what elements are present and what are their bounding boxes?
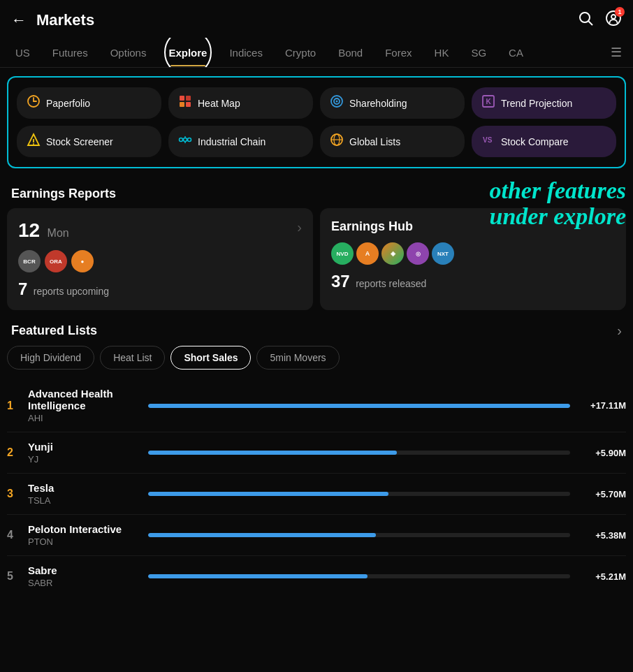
tab-futures[interactable]: Futures xyxy=(43,40,98,66)
svg-rect-5 xyxy=(180,96,184,101)
heatmap-label: Heat Map xyxy=(198,98,240,109)
header: ← Markets 1 xyxy=(0,0,633,38)
tab-crypto[interactable]: Crypto xyxy=(275,40,326,66)
tab-5min-movers[interactable]: 5min Movers xyxy=(256,346,339,370)
screener-icon xyxy=(27,133,41,150)
tab-explore[interactable]: Explore xyxy=(159,40,217,66)
stock-rank-1: 1 xyxy=(7,400,20,412)
header-left: ← Markets xyxy=(11,11,94,29)
hub-logo-1: NVD xyxy=(331,242,354,265)
svg-line-1 xyxy=(589,22,593,26)
explore-stock-screener[interactable]: Stock Screener xyxy=(17,126,161,157)
nav-more-icon[interactable]: ☰ xyxy=(605,38,627,67)
bar-track-2 xyxy=(148,451,570,455)
global-icon xyxy=(330,133,344,150)
earnings-logos: BCR ORA ● xyxy=(18,250,302,272)
list-tabs: High Dividend Heat List Short Sales 5min… xyxy=(0,346,633,379)
paperfolio-label: Paperfolio xyxy=(46,98,90,109)
page-title: Markets xyxy=(36,11,94,29)
explore-trend-projection[interactable]: K Trend Projection xyxy=(472,87,616,119)
hub-count: 37 xyxy=(331,272,350,291)
bar-fill-4 xyxy=(148,533,376,537)
stock-info-5: Sabre SABR xyxy=(28,564,140,588)
table-row[interactable]: 1 Advanced Health Intelligence AHI +17.1… xyxy=(7,379,626,432)
explore-shareholding[interactable]: Shareholding xyxy=(320,87,465,119)
bar-container-3: +5.70M xyxy=(148,489,626,499)
chain-icon xyxy=(178,133,192,150)
svg-point-19 xyxy=(188,138,191,142)
explore-paperfolio[interactable]: Paperfolio xyxy=(17,87,161,119)
notification-button[interactable]: 1 xyxy=(605,10,622,31)
table-row[interactable]: 4 Peloton Interactive PTON +5.38M xyxy=(7,515,626,556)
paperfolio-icon xyxy=(27,94,41,112)
stock-ticker-4: PTON xyxy=(28,536,140,547)
table-row[interactable]: 5 Sabre SABR +5.21M xyxy=(7,556,626,597)
earnings-day: Mon xyxy=(48,227,69,239)
stock-ticker-2: YJ xyxy=(28,454,140,465)
tab-short-sales[interactable]: Short Sales xyxy=(170,346,251,370)
earnings-count: 7 xyxy=(18,279,27,298)
stock-name-4: Peloton Interactive xyxy=(28,523,140,535)
stock-rank-5: 5 xyxy=(7,570,20,583)
svg-rect-7 xyxy=(180,102,184,107)
table-row[interactable]: 3 Tesla TSLA +5.70M xyxy=(7,474,626,515)
stock-name-2: Yunji xyxy=(28,441,140,453)
hub-title: Earnings Hub xyxy=(331,219,615,234)
explore-stock-compare[interactable]: VS Stock Compare xyxy=(472,126,616,157)
search-icon[interactable] xyxy=(577,10,594,31)
stock-name-1: Advanced Health Intelligence xyxy=(28,388,140,411)
tab-bond[interactable]: Bond xyxy=(328,40,372,66)
explore-global-lists[interactable]: Global Lists xyxy=(320,126,465,157)
stock-value-4: +5.38M xyxy=(577,530,626,541)
earnings-hub-card[interactable]: Earnings Hub NVD A ◈ ◎ NXT 37 reports re… xyxy=(320,208,626,310)
stock-info-1: Advanced Health Intelligence AHI xyxy=(28,388,140,423)
stock-info-2: Yunji YJ xyxy=(28,441,140,465)
svg-point-18 xyxy=(184,138,187,142)
trend-icon: K xyxy=(481,94,495,112)
earnings-date: 12 xyxy=(18,219,40,241)
bar-track-4 xyxy=(148,533,570,537)
svg-point-17 xyxy=(180,138,183,142)
tab-hk[interactable]: HK xyxy=(425,40,459,66)
table-row[interactable]: 2 Yunji YJ +5.90M xyxy=(7,432,626,474)
tab-us[interactable]: US xyxy=(6,40,40,66)
svg-point-16 xyxy=(33,143,34,145)
bar-fill-3 xyxy=(148,492,388,496)
tab-forex[interactable]: Forex xyxy=(375,40,421,66)
explore-heatmap[interactable]: Heat Map xyxy=(168,87,313,119)
bar-container-5: +5.21M xyxy=(148,571,626,582)
explore-grid: Paperfolio Heat Map xyxy=(7,76,626,168)
tab-high-dividend[interactable]: High Dividend xyxy=(7,346,94,370)
earnings-section: Earnings Reports other features under ex… xyxy=(0,177,633,310)
bar-track-1 xyxy=(148,404,570,408)
tab-ca[interactable]: CA xyxy=(499,40,533,66)
notification-badge: 1 xyxy=(615,7,625,17)
svg-rect-6 xyxy=(186,96,191,101)
bar-fill-2 xyxy=(148,451,397,455)
hub-logo-5: NXT xyxy=(432,242,454,265)
explore-industrial-chain[interactable]: Industrial Chain xyxy=(168,126,313,157)
bar-container-4: +5.38M xyxy=(148,530,626,541)
svg-text:VS: VS xyxy=(483,136,493,144)
tab-sg[interactable]: SG xyxy=(461,40,496,66)
heatmap-icon xyxy=(178,94,192,112)
stock-name-5: Sabre xyxy=(28,564,140,576)
stock-ticker-1: AHI xyxy=(28,413,140,423)
svg-rect-8 xyxy=(186,102,191,107)
tab-options[interactable]: Options xyxy=(101,40,157,66)
earnings-title: Earnings Reports xyxy=(0,177,633,208)
bar-container-1: +17.11M xyxy=(148,400,626,411)
tab-indices[interactable]: Indices xyxy=(219,40,272,66)
stock-list: 1 Advanced Health Intelligence AHI +17.1… xyxy=(0,379,633,597)
global-label: Global Lists xyxy=(349,136,400,147)
featured-arrow-icon[interactable]: › xyxy=(617,323,622,339)
earnings-card-upcoming[interactable]: 12 Mon › BCR ORA ● 7 reports upcoming xyxy=(7,208,313,310)
bar-container-2: +5.90M xyxy=(148,448,626,458)
tab-heat-list[interactable]: Heat List xyxy=(100,346,165,370)
back-button[interactable]: ← xyxy=(11,13,27,28)
stock-value-2: +5.90M xyxy=(577,448,626,458)
earnings-cards: 12 Mon › BCR ORA ● 7 reports upcoming Ea… xyxy=(0,208,633,310)
bar-track-3 xyxy=(148,492,570,496)
hub-label: reports released xyxy=(356,278,426,289)
nav-tabs: US Futures Options Explore Indices Crypt… xyxy=(0,38,633,68)
